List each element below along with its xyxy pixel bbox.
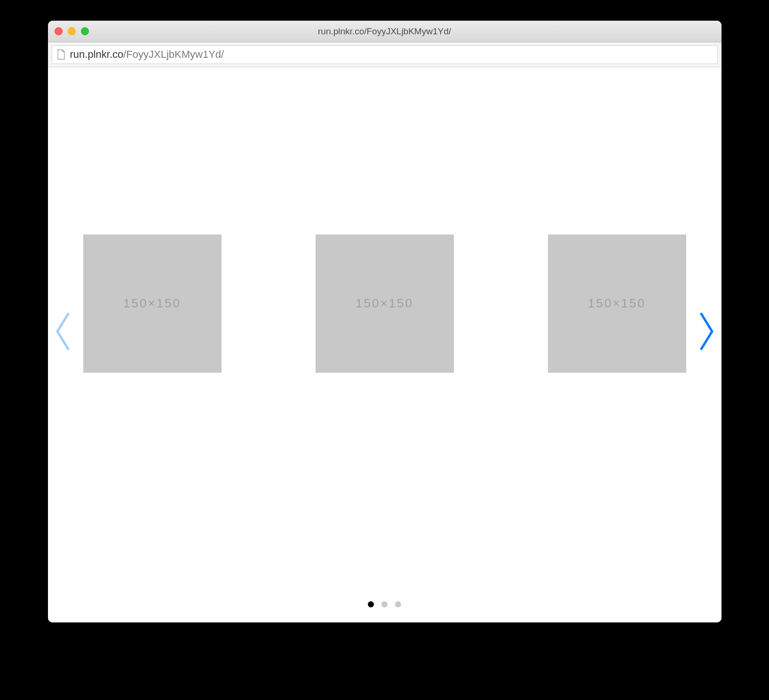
slides-track: 150×150 150×150 150×150 xyxy=(48,234,721,372)
page-viewport: 150×150 150×150 150×150 xyxy=(48,67,721,622)
page-icon xyxy=(57,49,65,60)
url-text: run.plnkr.co/FoyyJXLjbKMyw1Yd/ xyxy=(70,48,224,61)
carousel: 150×150 150×150 150×150 xyxy=(48,67,721,622)
placeholder-label: 150×150 xyxy=(123,296,181,311)
window-title: run.plnkr.co/FoyyJXLjbKMyw1Yd/ xyxy=(48,26,721,37)
pagination-dot[interactable] xyxy=(368,601,374,607)
placeholder-label: 150×150 xyxy=(356,296,413,311)
pagination-dot[interactable] xyxy=(381,601,388,607)
minimize-button[interactable] xyxy=(68,27,76,35)
pagination xyxy=(48,601,721,607)
traffic-lights xyxy=(55,27,89,35)
chevron-left-icon xyxy=(54,310,71,354)
slide-placeholder: 150×150 xyxy=(316,234,454,372)
browser-window: run.plnkr.co/FoyyJXLjbKMyw1Yd/ run.plnkr… xyxy=(48,21,721,622)
chevron-right-icon xyxy=(698,310,716,354)
placeholder-label: 150×150 xyxy=(588,296,646,311)
pagination-dot[interactable] xyxy=(395,601,401,607)
slide-placeholder: 150×150 xyxy=(83,234,222,372)
maximize-button[interactable] xyxy=(81,27,89,35)
title-bar: run.plnkr.co/FoyyJXLjbKMyw1Yd/ xyxy=(48,21,721,42)
url-host: run.plnkr.co xyxy=(70,48,124,60)
slide-placeholder: 150×150 xyxy=(548,234,686,372)
address-bar-region: run.plnkr.co/FoyyJXLjbKMyw1Yd/ xyxy=(48,42,721,67)
close-button[interactable] xyxy=(55,27,63,35)
address-bar[interactable]: run.plnkr.co/FoyyJXLjbKMyw1Yd/ xyxy=(52,45,718,64)
url-path: /FoyyJXLjbKMyw1Yd/ xyxy=(123,48,224,60)
next-button[interactable] xyxy=(698,311,716,354)
prev-button[interactable] xyxy=(54,311,71,354)
